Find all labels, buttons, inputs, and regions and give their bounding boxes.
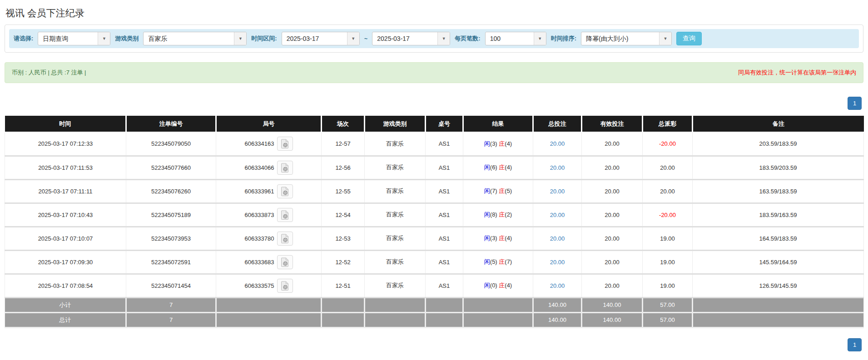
round-video-button[interactable] xyxy=(277,208,293,222)
total-bet-cell: 20.00 xyxy=(533,156,582,179)
result-player-label: 闲 xyxy=(484,211,490,218)
filter-panel: 请选择: 日期查询 ▼ 游戏类别 百家乐 ▼ 时间区间: 2025-03-17 … xyxy=(5,25,863,53)
time-cell: 2025-03-17 07:11:53 xyxy=(5,156,126,179)
total-bet-link[interactable]: 20.00 xyxy=(550,140,565,147)
round-video-button[interactable] xyxy=(277,255,293,269)
total-bet-cell: 20.00 xyxy=(533,132,582,156)
payout-cell: -20.00 xyxy=(643,203,693,227)
subtotal-total-bet: 140.00 xyxy=(533,297,582,312)
total-bet-link[interactable]: 20.00 xyxy=(550,259,565,266)
table-no-cell: AS1 xyxy=(426,203,463,227)
col-session: 场次 xyxy=(322,116,365,132)
game-type-cell: 百家乐 xyxy=(365,274,426,297)
result-cell: 闲(3) 庄(4) xyxy=(463,227,533,250)
result-player-label: 闲 xyxy=(484,164,490,171)
bet-no-cell: 522345075189 xyxy=(126,203,216,227)
result-player-label: 闲 xyxy=(484,282,490,289)
time-cell: 2025-03-17 07:08:54 xyxy=(5,274,126,297)
session-cell: 12-56 xyxy=(322,156,365,179)
total-bet-link[interactable]: 20.00 xyxy=(550,212,565,218)
round-no-cell: 606333780 xyxy=(216,227,322,250)
result-banker-count: (7) xyxy=(505,258,512,265)
page-1-button[interactable]: 1 xyxy=(848,338,862,351)
video-file-icon xyxy=(281,163,289,173)
session-cell: 12-53 xyxy=(322,227,365,250)
subtotal-row: 小计 7 140.00 140.00 57.00 xyxy=(5,297,864,312)
subtotal-count: 7 xyxy=(126,297,216,312)
table-body: 2025-03-17 07:12:33 522345079050 6063341… xyxy=(5,132,864,297)
chevron-down-icon: ▼ xyxy=(347,32,359,45)
grand-total-count: 7 xyxy=(126,312,216,327)
round-no-cell: 606333961 xyxy=(216,179,322,203)
game-type-cell: 百家乐 xyxy=(365,156,426,179)
round-no: 606334066 xyxy=(244,164,274,171)
valid-bet-cell: 20.00 xyxy=(582,250,643,274)
payout-cell: 20.00 xyxy=(643,179,693,203)
round-video-button[interactable] xyxy=(277,184,293,198)
per-page-value: 100 xyxy=(486,32,534,45)
result-banker-count: (2) xyxy=(505,211,512,218)
chevron-down-icon: ▼ xyxy=(437,32,450,45)
date-from-dropdown[interactable]: 2025-03-17 ▼ xyxy=(282,32,360,45)
table-no-cell: AS1 xyxy=(426,250,463,274)
page-1-button[interactable]: 1 xyxy=(848,97,862,110)
game-type-cell: 百家乐 xyxy=(365,250,426,274)
result-banker-label: 庄 xyxy=(499,211,505,218)
bet-no-cell: 522345073953 xyxy=(126,227,216,250)
total-bet-link[interactable]: 20.00 xyxy=(550,282,565,289)
grand-total-payout: 57.00 xyxy=(643,312,693,327)
total-bet-link[interactable]: 20.00 xyxy=(550,164,565,171)
col-table-no: 桌号 xyxy=(426,116,463,132)
search-button[interactable]: 查询 xyxy=(676,32,702,45)
video-file-icon xyxy=(281,139,289,148)
subtotal-valid-bet: 140.00 xyxy=(582,297,643,312)
bet-no-cell: 522345076260 xyxy=(126,179,216,203)
round-video-button[interactable] xyxy=(277,232,293,246)
result-player-count: (7) xyxy=(490,187,497,194)
currency-summary-text: 币别 : 人民币 | 总共 :7 注单 | xyxy=(12,69,86,77)
game-type-cell: 百家乐 xyxy=(365,227,426,250)
range-separator: ~ xyxy=(364,35,368,42)
valid-bet-cell: 20.00 xyxy=(582,203,643,227)
round-video-button[interactable] xyxy=(277,279,293,293)
result-cell: 闲(8) 庄(2) xyxy=(463,203,533,227)
col-remark: 备注 xyxy=(693,116,864,132)
payout-cell: 19.00 xyxy=(643,227,693,250)
total-bet-cell: 20.00 xyxy=(533,274,582,297)
grand-total-row: 总计 7 140.00 140.00 57.00 xyxy=(5,312,864,327)
video-file-icon xyxy=(281,210,289,220)
time-cell: 2025-03-17 07:09:30 xyxy=(5,250,126,274)
game-type-dropdown[interactable]: 百家乐 ▼ xyxy=(143,32,247,45)
chevron-down-icon: ▼ xyxy=(659,32,671,45)
sort-order-label: 时间排序: xyxy=(551,35,576,43)
query-type-dropdown[interactable]: 日期查询 ▼ xyxy=(38,32,110,45)
total-bet-cell: 20.00 xyxy=(533,227,582,250)
round-no: 606333961 xyxy=(244,188,274,195)
result-cell: 闲(7) 庄(5) xyxy=(463,179,533,203)
time-cell: 2025-03-17 07:10:43 xyxy=(5,203,126,227)
query-type-value: 日期查询 xyxy=(38,32,98,45)
per-page-dropdown[interactable]: 100 ▼ xyxy=(485,32,546,45)
payout-cell: -20.00 xyxy=(643,132,693,156)
table-footer: 小计 7 140.00 140.00 57.00 总计 7 140.00 140… xyxy=(5,297,864,327)
result-banker-count: (4) xyxy=(505,235,512,242)
total-bet-link[interactable]: 20.00 xyxy=(550,235,565,242)
sort-order-dropdown[interactable]: 降幂(由大到小) ▼ xyxy=(581,32,672,45)
result-player-label: 闲 xyxy=(484,187,490,194)
total-bet-link[interactable]: 20.00 xyxy=(550,188,565,195)
result-player-label: 闲 xyxy=(484,235,490,242)
col-total-bet: 总投注 xyxy=(533,116,582,132)
table-no-cell: AS1 xyxy=(426,274,463,297)
game-type-cell: 百家乐 xyxy=(365,203,426,227)
round-no: 606333873 xyxy=(244,212,274,218)
grand-total-valid-bet: 140.00 xyxy=(582,312,643,327)
table-row: 2025-03-17 07:08:54 522345071454 6063335… xyxy=(5,274,864,297)
date-to-dropdown[interactable]: 2025-03-17 ▼ xyxy=(372,32,450,45)
round-video-button[interactable] xyxy=(277,161,293,175)
result-player-count: (3) xyxy=(490,140,497,147)
bet-no-cell: 522345071454 xyxy=(126,274,216,297)
payout-cell: 19.00 xyxy=(643,250,693,274)
notice-text: 同局有效投注，统一计算在该局第一张注单内 xyxy=(738,69,856,77)
bet-no-cell: 522345079050 xyxy=(126,132,216,156)
round-video-button[interactable] xyxy=(277,137,293,151)
